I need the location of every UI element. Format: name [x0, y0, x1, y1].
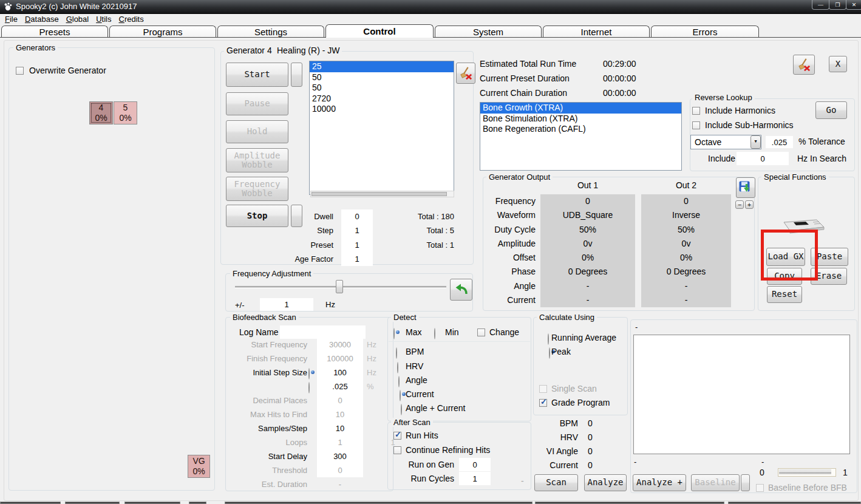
dropdown-arrow-icon[interactable]: ▼: [750, 135, 761, 149]
detect-angle-radio[interactable]: [398, 376, 400, 387]
load-gx-button[interactable]: Load GX: [766, 248, 805, 266]
frequency-item[interactable]: 2720: [310, 94, 454, 104]
menu-global[interactable]: Global: [63, 13, 93, 25]
gx-device-icon: [779, 213, 826, 234]
generator-5-button[interactable]: 50%: [114, 101, 137, 124]
paste-button[interactable]: Paste: [811, 248, 848, 266]
log-name-input[interactable]: [280, 325, 366, 339]
continue-refining-checkbox[interactable]: [393, 446, 401, 454]
bpm-reading-label: BPM: [534, 418, 578, 428]
bfb-row-initial-step-size: Initial Step Size 100 Hz: [223, 366, 386, 380]
run-on-gen-value[interactable]: 0: [459, 458, 491, 471]
menu-file[interactable]: File: [1, 13, 21, 25]
generator-vg-button[interactable]: VG0%: [188, 455, 210, 478]
generator-4-button[interactable]: 40%: [89, 101, 113, 124]
detect-hrv-radio[interactable]: [397, 362, 398, 373]
bfb-row-loops: Loops 1 1: [223, 435, 386, 449]
taskbar-edge: [0, 502, 61, 504]
close-icon[interactable]: ✕: [846, 0, 861, 10]
run-hits-checkbox[interactable]: [393, 432, 401, 440]
include-harmonics-label: Include Harmonics: [705, 106, 775, 115]
erase-button[interactable]: Erase: [811, 268, 847, 285]
minimize-icon[interactable]: —: [812, 0, 829, 10]
run-cycles-value[interactable]: 1: [459, 472, 491, 485]
frequency-item[interactable]: 50: [310, 83, 454, 94]
frequency-item[interactable]: 10000: [310, 104, 454, 115]
include-subharmonics-checkbox[interactable]: [692, 121, 700, 129]
tolerance-value[interactable]: .025: [766, 136, 793, 148]
program-item[interactable]: Bone Growth (XTRA): [480, 103, 681, 114]
detect-min-radio[interactable]: [434, 328, 435, 339]
overwrite-generator-checkbox[interactable]: [16, 67, 24, 75]
tab-settings[interactable]: Settings: [217, 26, 324, 37]
amplitude-wobble-button[interactable]: Amplitude Wobble: [226, 148, 288, 172]
program-item[interactable]: Bone Stimulation (XTRA): [480, 114, 681, 124]
single-scan-checkbox[interactable]: [539, 385, 547, 393]
tab-system[interactable]: System: [435, 26, 542, 37]
step-size-percent-radio[interactable]: [308, 382, 310, 393]
peak-label: Peak: [551, 347, 571, 356]
tab-control[interactable]: Control: [325, 24, 434, 38]
menu-utils[interactable]: Utils: [92, 13, 115, 25]
counter-totals: Total : 180 Total : 5 Total : 1: [393, 209, 454, 252]
detect-angle-current-radio[interactable]: [401, 404, 402, 415]
step-size-hz-radio[interactable]: [308, 368, 310, 380]
dwell-value[interactable]: 0: [341, 209, 373, 223]
program-item[interactable]: Bone Regeneration (CAFL): [480, 124, 681, 135]
detect-change-checkbox[interactable]: [477, 329, 485, 336]
save-output-button[interactable]: [736, 177, 755, 198]
frequency-list: 25 50 50 2720 10000: [309, 61, 454, 195]
preset-value[interactable]: 1: [341, 238, 373, 252]
detect-bpm-radio[interactable]: [396, 347, 397, 359]
current-reading-value: 0: [588, 460, 593, 470]
tab-internet[interactable]: Internet: [543, 26, 650, 37]
go-button[interactable]: Go: [815, 101, 847, 119]
chart-dash-bottom-mid: -: [761, 457, 764, 466]
tab-errors[interactable]: Errors: [651, 26, 759, 37]
include-harmonics-checkbox[interactable]: [692, 107, 700, 115]
clear-programs-button[interactable]: [793, 55, 815, 75]
include-hz-value[interactable]: 0: [737, 152, 789, 165]
peak-radio[interactable]: [549, 347, 550, 359]
age-factor-value[interactable]: 1: [341, 252, 373, 266]
copy-button[interactable]: Copy: [767, 268, 802, 285]
frequency-wobble-button[interactable]: Frequency Wobble: [226, 177, 288, 201]
frequency-item[interactable]: 25: [310, 61, 454, 72]
range-slider[interactable]: [778, 468, 836, 477]
output-row-labels: Frequency Waveform Duty Cycle Amplitude …: [461, 194, 536, 307]
running-average-label: Running Average: [551, 333, 616, 342]
start-side-button[interactable]: [291, 63, 302, 87]
restore-icon[interactable]: ❐: [829, 0, 846, 10]
frequency-item[interactable]: 50: [310, 72, 454, 83]
tab-presets[interactable]: Presets: [1, 26, 108, 37]
menu-database[interactable]: Database: [21, 13, 63, 25]
scan-button[interactable]: Scan: [534, 474, 578, 491]
frequency-list-hscrollbar[interactable]: [310, 191, 454, 197]
plus-icon[interactable]: +: [745, 200, 754, 209]
start-button[interactable]: Start: [226, 63, 288, 87]
current-reading-label: Current: [534, 460, 578, 470]
taskbar-edge: [225, 502, 533, 504]
frequency-adjustment-thumb[interactable]: [336, 280, 343, 293]
analyze-button[interactable]: Analyze: [584, 474, 627, 491]
pause-button[interactable]: Pause: [226, 92, 288, 115]
running-average-radio[interactable]: [548, 333, 549, 345]
current-chain-duration-value: 00:00:00: [603, 88, 636, 98]
x-button[interactable]: X: [829, 56, 847, 72]
plusminus-label: +/-: [235, 301, 245, 310]
clear-frequencies-button[interactable]: [456, 63, 475, 84]
current-chain-duration-label: Current Chain Duration: [480, 88, 567, 98]
current-preset-duration-label: Current Preset Duration: [480, 73, 570, 83]
minus-icon[interactable]: −: [735, 200, 744, 209]
grade-program-checkbox[interactable]: [539, 399, 547, 407]
hold-button[interactable]: Hold: [226, 120, 288, 143]
menu-credits[interactable]: Credits: [115, 13, 148, 25]
broom-clear-icon: [459, 67, 472, 80]
step-value[interactable]: 1: [341, 223, 373, 237]
reset-button[interactable]: Reset: [767, 286, 802, 303]
tab-programs[interactable]: Programs: [109, 26, 216, 37]
detect-max-radio[interactable]: [393, 328, 395, 339]
baseline-before-bfb-checkbox[interactable]: [756, 484, 764, 492]
adjust-hz-value[interactable]: 1: [260, 298, 313, 311]
detect-current-radio[interactable]: [400, 390, 401, 401]
